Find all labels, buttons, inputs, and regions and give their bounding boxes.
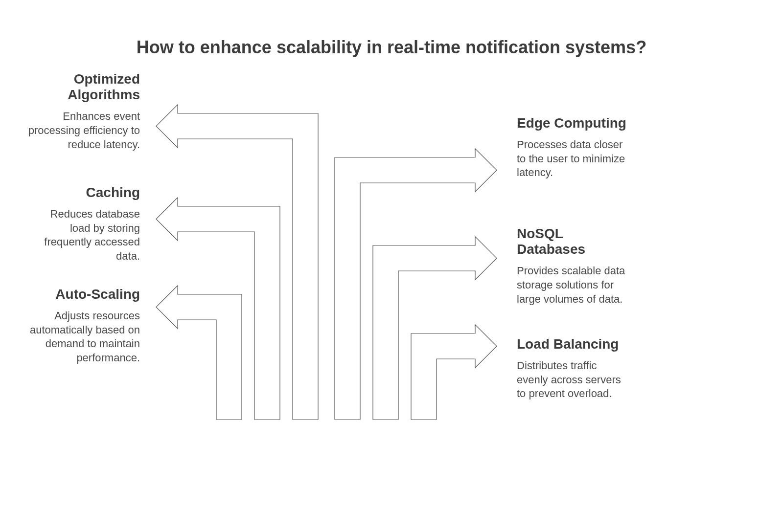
arrow-left-2 bbox=[156, 198, 280, 420]
label-heading: Auto-Scaling bbox=[27, 287, 140, 302]
label-caching: Caching Reduces database load by storing… bbox=[27, 185, 140, 264]
diagram-title: How to enhance scalability in real-time … bbox=[0, 37, 783, 58]
label-desc: Distributes traffic evenly across server… bbox=[517, 359, 629, 401]
arrow-right-1 bbox=[335, 149, 497, 420]
label-auto-scaling: Auto-Scaling Adjusts resources automatic… bbox=[27, 287, 140, 365]
arrow-left-3 bbox=[156, 286, 242, 420]
label-desc: Adjusts resources automatically based on… bbox=[27, 309, 140, 365]
label-load-balancing: Load Balancing Distributes traffic evenl… bbox=[517, 336, 629, 401]
label-heading: Edge Computing bbox=[517, 115, 629, 131]
arrow-right-2 bbox=[373, 237, 497, 420]
label-heading: Optimized Algorithms bbox=[27, 71, 140, 103]
label-heading: Caching bbox=[27, 185, 140, 200]
label-desc: Provides scalable data storage solutions… bbox=[517, 264, 629, 306]
label-optimized-algorithms: Optimized Algorithms Enhances event proc… bbox=[27, 71, 140, 152]
label-edge-computing: Edge Computing Processes data closer to … bbox=[517, 115, 629, 180]
arrow-right-3 bbox=[411, 325, 497, 420]
label-desc: Processes data closer to the user to min… bbox=[517, 138, 629, 180]
label-heading: Load Balancing bbox=[517, 336, 629, 352]
label-desc: Reduces database load by storing frequen… bbox=[27, 207, 140, 263]
label-nosql-databases: NoSQL Databases Provides scalable data s… bbox=[517, 226, 629, 306]
arrow-left-1 bbox=[156, 105, 318, 420]
label-desc: Enhances event processing efficiency to … bbox=[27, 110, 140, 152]
label-heading: NoSQL Databases bbox=[517, 226, 629, 257]
